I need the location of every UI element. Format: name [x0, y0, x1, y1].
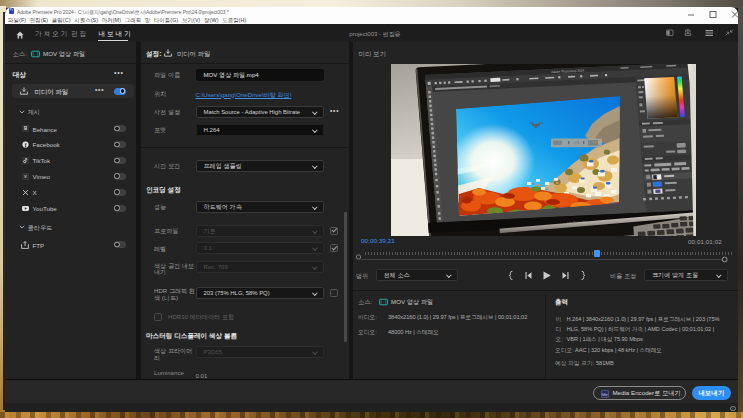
svg-text:f: f [25, 141, 27, 147]
svg-text:Me: Me [602, 392, 608, 397]
